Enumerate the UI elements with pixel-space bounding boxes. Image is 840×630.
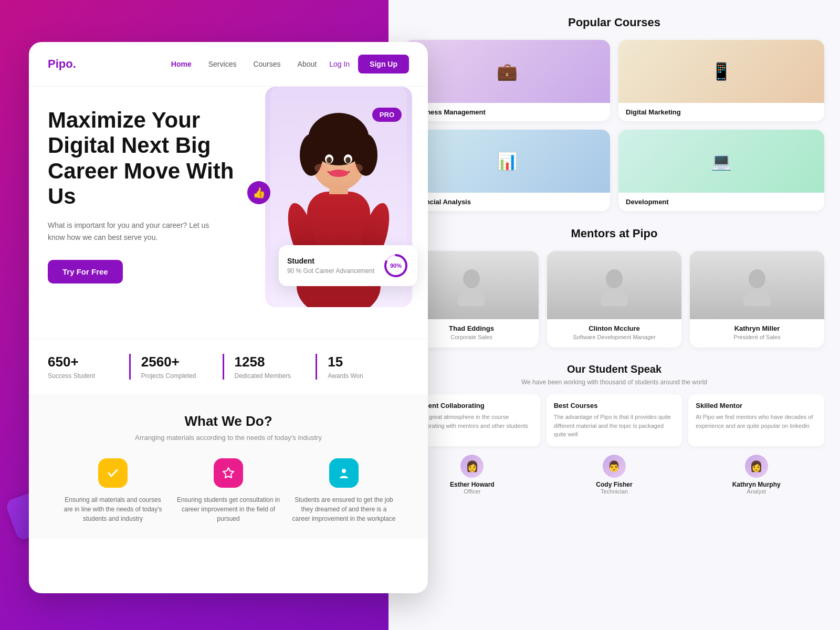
- mentor-role-kathryn: President of Sales: [690, 334, 824, 340]
- course-image-dev: 💻: [618, 130, 824, 193]
- svg-point-29: [342, 469, 346, 473]
- svg-point-16: [327, 157, 332, 163]
- course-image-dm: 📱: [618, 40, 824, 103]
- speak-card-title-1: Best Courses: [554, 402, 675, 410]
- try-free-button[interactable]: Try For Free: [48, 260, 123, 284]
- right-panel: Popular Courses 💼 Business Management 📱 …: [388, 0, 840, 630]
- pro-badge: PRO: [372, 108, 402, 122]
- student-card-detail: 90 % Got Career Advancement: [287, 267, 374, 275]
- feature-icon-2: [329, 458, 359, 488]
- speak-card-text-1: The advantage of Pipo is that it provide…: [554, 413, 675, 439]
- progress-percent: 90%: [390, 262, 402, 269]
- navigation: Pipo. Home Services Courses About Log In…: [29, 42, 428, 87]
- mentor-photo-kathryn: [690, 251, 824, 319]
- course-label-dm: Digital Marketing: [618, 103, 824, 121]
- features-grid: Ensuring all materials and courses are i…: [48, 458, 409, 523]
- stat-members: 1258 Dedicated Members: [223, 354, 306, 380]
- svg-point-0: [463, 269, 480, 288]
- stat-label-2: Dedicated Members: [235, 372, 306, 380]
- course-card-bm[interactable]: 💼 Business Management: [404, 40, 610, 121]
- nav-about[interactable]: About: [298, 60, 317, 68]
- popular-courses-title: Popular Courses: [404, 16, 824, 29]
- student-speak-subtitle: We have been working with thousand of st…: [404, 379, 824, 386]
- feature-icon-1: [214, 458, 243, 488]
- reviewer-2: 👩 Kathryn Murphy Analyst: [688, 455, 824, 495]
- svg-point-19: [314, 164, 327, 172]
- speak-card-title-2: Skilled Mentor: [696, 402, 817, 410]
- mentor-photo-clinton: [547, 251, 681, 319]
- mentor-card-kathryn[interactable]: Kathryn Miller President of Sales: [690, 251, 824, 348]
- reviewer-role-1: Technician: [547, 488, 682, 495]
- speak-card-text-2: At Pipo we find mentors who have decades…: [696, 413, 817, 430]
- thumbs-badge: 👍: [247, 181, 270, 204]
- stat-label-0: Success Student: [48, 372, 119, 380]
- stat-success: 650+ Success Student: [48, 354, 119, 380]
- login-link[interactable]: Log In: [329, 60, 350, 68]
- student-speak-title: Our Student Speak: [404, 363, 824, 375]
- stats-row: 650+ Success Student 2560+ Projects Comp…: [29, 339, 428, 394]
- nav-courses[interactable]: Courses: [253, 60, 280, 68]
- stat-value-2: 1258: [235, 354, 306, 370]
- student-card-label: Student: [287, 257, 374, 265]
- speak-grid: Efficient Collaborating I felt a great a…: [404, 394, 824, 446]
- course-label-bm: Business Management: [404, 103, 610, 121]
- mentor-name-clinton: Clinton Mcclure: [547, 324, 681, 332]
- mentors-title: Mentors at Pipo: [404, 227, 824, 240]
- feature-card-0: Ensuring all materials and courses are i…: [60, 458, 165, 523]
- svg-point-20: [350, 164, 363, 172]
- reviewers-row: 👩 Esther Howard Officer 👨 Cody Fisher Te…: [404, 455, 824, 495]
- logo[interactable]: Pipo.: [48, 57, 76, 71]
- reviewer-avatar-2: 👩: [745, 455, 768, 478]
- svg-point-17: [345, 157, 351, 163]
- svg-point-5: [743, 289, 771, 306]
- reviewer-role-2: Analyst: [688, 488, 824, 495]
- what-we-do-subtitle: Arranging materials according to the nee…: [48, 434, 409, 442]
- svg-point-3: [601, 289, 628, 306]
- reviewer-name-2: Kathryn Murphy: [688, 481, 824, 488]
- svg-rect-25: [106, 466, 120, 480]
- speak-card-1: Best Courses The advantage of Pipo is th…: [547, 394, 682, 446]
- student-card-info: Student 90 % Got Career Advancement: [287, 257, 374, 275]
- mentor-card-clinton[interactable]: Clinton Mcclure Software Development Man…: [547, 251, 681, 348]
- feature-card-2: Students are ensured to get the job they…: [291, 458, 396, 523]
- speak-card-2: Skilled Mentor At Pipo we find mentors w…: [688, 394, 824, 446]
- reviewer-name-1: Cody Fisher: [547, 481, 682, 488]
- what-we-do-title: What We Do?: [48, 413, 409, 429]
- course-label-fa: Financial Analysis: [404, 193, 610, 211]
- progress-ring: 90%: [383, 253, 409, 279]
- reviewer-1: 👨 Cody Fisher Technician: [547, 455, 682, 495]
- courses-grid: 💼 Business Management 📱 Digital Marketin…: [404, 40, 824, 211]
- nav-home[interactable]: Home: [171, 60, 192, 68]
- course-card-dev[interactable]: 💻 Development: [618, 130, 824, 211]
- student-card: Student 90 % Got Career Advancement 90%: [279, 245, 417, 286]
- stat-label-3: Awards Won: [328, 372, 398, 380]
- course-card-fa[interactable]: 📊 Financial Analysis: [404, 130, 610, 211]
- hero-title: Maximize Your Digital Next Big Career Mo…: [48, 108, 247, 209]
- svg-point-18: [329, 170, 348, 177]
- stat-label-1: Projects Completed: [141, 372, 212, 380]
- course-card-dm[interactable]: 📱 Digital Marketing: [618, 40, 824, 121]
- stat-value-1: 2560+: [141, 354, 212, 370]
- feature-icon-0: [98, 458, 128, 488]
- stat-value-3: 15: [328, 354, 398, 370]
- stat-value-0: 650+: [48, 354, 119, 370]
- reviewer-avatar-1: 👨: [603, 455, 626, 478]
- stat-awards: 15 Awards Won: [316, 354, 398, 380]
- thumbs-icon: 👍: [253, 186, 266, 199]
- signup-button[interactable]: Sign Up: [358, 55, 409, 74]
- feature-text-2: Students are ensured to get the job they…: [291, 495, 396, 523]
- svg-point-1: [458, 289, 485, 306]
- course-image-fa: 📊: [404, 130, 610, 193]
- svg-point-2: [606, 269, 623, 288]
- mentor-name-kathryn: Kathryn Miller: [690, 324, 824, 332]
- hero-subtitle: What is important for you and your caree…: [48, 219, 216, 243]
- hero-section: Maximize Your Digital Next Big Career Mo…: [29, 87, 428, 339]
- nav-links: Home Services Courses About: [171, 60, 317, 68]
- mentors-grid: Thad Eddings Corporate Sales Clinton Mcc…: [404, 251, 824, 348]
- feature-text-0: Ensuring all materials and courses are i…: [60, 495, 165, 523]
- stat-projects: 2560+ Projects Completed: [129, 354, 212, 380]
- course-label-dev: Development: [618, 193, 824, 211]
- speak-card-title-0: Efficient Collaborating: [412, 402, 533, 410]
- nav-services[interactable]: Services: [208, 60, 237, 68]
- reviewer-avatar-0: 👩: [460, 455, 484, 478]
